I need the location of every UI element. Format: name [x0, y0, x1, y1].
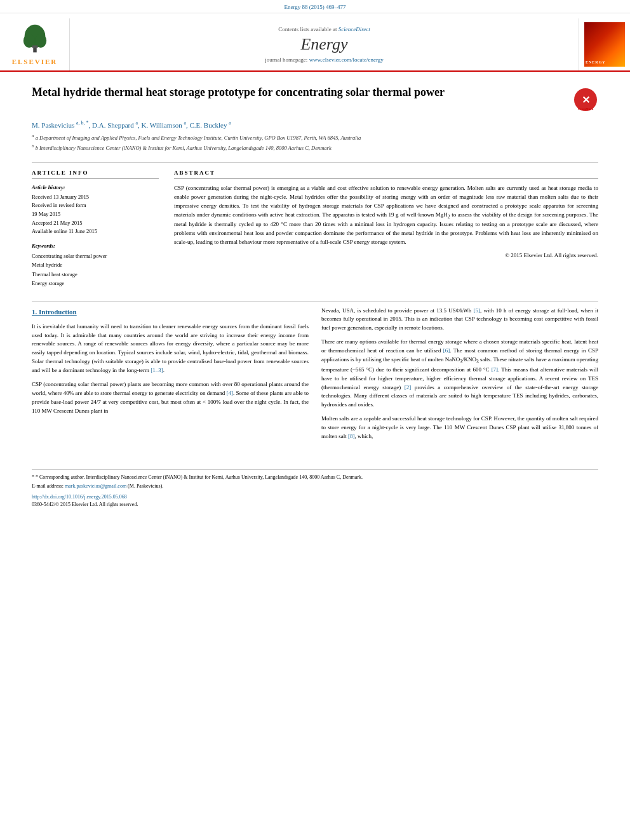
email-line: E-mail address: mark.paskevicius@gmail.c…	[32, 483, 598, 490]
section1-heading: 1. Introduction	[32, 307, 309, 317]
article-info-col: ARTICLE INFO Article history: Received 1…	[32, 170, 159, 288]
svg-text:✕: ✕	[582, 95, 590, 105]
doi-block: http://dx.doi.org/10.1016/j.energy.2015.…	[32, 494, 598, 500]
paper-body: 1. Introduction It is inevitable that hu…	[32, 301, 598, 447]
keyword-1: Concentrating solar thermal power	[32, 251, 159, 260]
keyword-4: Energy storage	[32, 279, 159, 288]
keywords-label: Keywords:	[32, 243, 159, 249]
authors-line: M. Paskevicius a, b, *, D.A. Sheppard a,…	[32, 120, 598, 129]
doi-link[interactable]: http://dx.doi.org/10.1016/j.energy.2015.…	[32, 494, 127, 500]
journal-name-display: Energy	[300, 35, 347, 54]
journal-ref-text: Energy 88 (2015) 469–477	[284, 4, 345, 10]
email-attribution: (M. Paskevicius).	[128, 483, 163, 489]
abstract-col: ABSTRACT CSP (concentrating solar therma…	[174, 170, 598, 288]
elsevier-logo-section: ELSEVIER	[0, 18, 70, 70]
title-section: Metal hydride thermal heat storage proto…	[32, 84, 598, 112]
article-info-abstract-section: ARTICLE INFO Article history: Received 1…	[32, 163, 598, 288]
elsevier-tree-icon	[16, 23, 54, 55]
keyword-3: Thermal heat storage	[32, 270, 159, 279]
online-date: Available online 11 June 2015	[32, 227, 159, 236]
svg-text:CrossMark: CrossMark	[578, 107, 594, 110]
affiliations-section: a a Department of Imaging and Applied Ph…	[32, 133, 598, 152]
body-left-col: 1. Introduction It is inevitable that hu…	[32, 307, 309, 447]
corresponding-author-note: * * Corresponding author. Interdisciplin…	[32, 474, 598, 481]
history-dates: Received 13 January 2015 Received in rev…	[32, 193, 159, 236]
page-footer: * * Corresponding author. Interdisciplin…	[32, 469, 598, 510]
keyword-2: Metal hydride	[32, 260, 159, 269]
email-link[interactable]: mark.paskevicius@gmail.com	[65, 483, 126, 489]
journal-cover-box	[579, 18, 630, 70]
email-label: E-mail address:	[32, 483, 64, 489]
revised-date: 19 May 2015	[32, 210, 159, 219]
sciencedirect-link[interactable]: ScienceDirect	[338, 26, 370, 32]
homepage-label: journal homepage:	[265, 57, 307, 63]
accepted-date: Accepted 21 May 2015	[32, 219, 159, 228]
body-para-1: It is inevitable that humanity will need…	[32, 323, 309, 376]
body-para-4: There are many options available for the…	[321, 338, 598, 410]
contents-label: Contents lists available at	[278, 26, 337, 32]
crossmark-icon: ✕ CrossMark	[573, 87, 598, 112]
article-info-heading: ARTICLE INFO	[32, 170, 159, 179]
article-history-label: Article history:	[32, 184, 159, 190]
body-para-2: CSP (concentrating solar thermal power) …	[32, 380, 309, 416]
received-date: Received 13 January 2015	[32, 193, 159, 202]
abstract-heading: ABSTRACT	[174, 170, 598, 179]
homepage-url[interactable]: www.elsevier.com/locate/energy	[309, 57, 384, 63]
affiliation-a: a a Department of Imaging and Applied Ph…	[32, 133, 598, 142]
elsevier-brand-text: ELSEVIER	[12, 58, 58, 65]
sciencedirect-line: Contents lists available at ScienceDirec…	[278, 26, 370, 32]
journal-header: ELSEVIER Contents lists available at Sci…	[0, 13, 630, 72]
revised-label: Received in revised form	[32, 201, 159, 210]
abstract-body: CSP (concentrating solar thermal power) …	[174, 184, 598, 247]
affiliation-b: b b Interdisciplinary Nanoscience Center…	[32, 143, 598, 152]
svg-rect-4	[32, 46, 37, 48]
paper-content: Metal hydride thermal heat storage proto…	[0, 72, 630, 459]
body-para-3: Nevada, USA, is scheduled to provide pow…	[321, 307, 598, 333]
paper-title: Metal hydride thermal heat storage proto…	[32, 84, 573, 100]
copyright-line: © 2015 Elsevier Ltd. All rights reserved…	[174, 252, 598, 258]
keywords-list: Concentrating solar thermal power Metal …	[32, 251, 159, 288]
body-para-5: Molten salts are a capable and successfu…	[321, 415, 598, 441]
journal-center-info: Contents lists available at ScienceDirec…	[70, 18, 579, 70]
journal-reference-bar: Energy 88 (2015) 469–477	[0, 0, 630, 13]
energy-cover-image	[584, 22, 625, 67]
body-right-col: Nevada, USA, is scheduled to provide pow…	[321, 307, 598, 447]
issn-line: 0360-5442/© 2015 Elsevier Ltd. All right…	[32, 502, 598, 507]
journal-homepage-line: journal homepage: www.elsevier.com/locat…	[265, 57, 384, 63]
